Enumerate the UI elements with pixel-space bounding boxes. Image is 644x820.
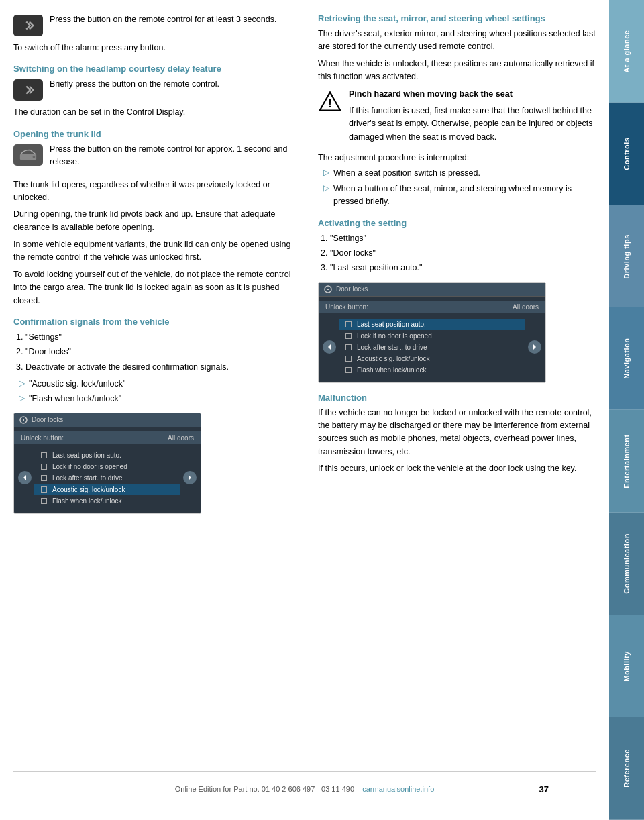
screen2-row-1: Lock if no door is opened: [339, 330, 525, 342]
svg-point-1: [33, 156, 36, 158]
retrieve-heading: Retrieving the seat, mirror, and steerin…: [318, 13, 596, 23]
screen2-checkbox-1: [345, 333, 352, 339]
activate-step-2: "Door locks": [330, 247, 596, 260]
screen1-icon: [19, 416, 28, 424]
screen2-row-0: Last seat position auto.: [339, 319, 525, 330]
sidebar-tab-at-a-glance[interactable]: At a glance: [609, 0, 644, 103]
svg-text:!: !: [328, 97, 331, 109]
trunk-p2: During opening, the trunk lid pivots bac…: [13, 208, 291, 234]
screen1: Door locks Unlock button: All doors: [13, 413, 201, 514]
malfunction-p2: If this occurs, unlock or lock the vehic…: [318, 462, 596, 475]
sidebar-tab-reference[interactable]: Reference: [609, 717, 644, 820]
headlamp-press-text: Briefly press the button on the remote c…: [50, 78, 219, 91]
screen1-nav-left[interactable]: [18, 471, 32, 484]
screen1-body: Unlock button: All doors: [14, 427, 201, 513]
svg-marker-4: [189, 475, 191, 480]
screen2-title: Door locks: [336, 285, 368, 293]
screen2-container: Door locks Unlock button: All doors: [318, 282, 596, 383]
nav-left-icon-2: [326, 344, 333, 350]
arrow-icon-1: ▷: [19, 378, 25, 388]
sidebar-tab-controls[interactable]: Controls: [609, 103, 644, 205]
warning-section: ! Pinch hazard when moving back the seat…: [318, 88, 596, 148]
interrupt-heading: The adjustment procedure is interrupted:: [318, 152, 596, 164]
interrupt-bullet-2: ▷ When a button of the seat, mirror, and…: [323, 183, 596, 209]
trunk-press-text: Press the button on the remote control f…: [50, 143, 291, 169]
screen1-row-2: Lock after start. to drive: [34, 472, 180, 484]
screen1-checkbox-1: [41, 464, 47, 470]
screen2: Door locks Unlock button: All doors: [318, 282, 546, 383]
screen2-checkbox-3: [345, 356, 352, 362]
confirm-bullet-2: ▷ "Flash when lock/unlock": [19, 393, 291, 405]
trunk-icon: [13, 144, 43, 166]
trunk-p1: The trunk lid opens, regardless of wheth…: [13, 178, 291, 205]
screen2-titlebar: Door locks: [319, 283, 545, 297]
remote-button-icon: [13, 15, 43, 36]
screen1-checkbox-4: [41, 498, 47, 504]
confirm-bullet-1: ▷ "Acoustic sig. lock/unlock": [19, 378, 291, 391]
malfunction-p1: If the vehicle can no longer be locked o…: [318, 407, 596, 459]
sidebar-tab-entertainment[interactable]: Entertainment: [609, 410, 644, 513]
screen1-row-0: Last seat position auto.: [34, 450, 180, 461]
screen2-unlock-row: Unlock button: All doors: [319, 301, 545, 313]
screen2-nav-right[interactable]: [528, 340, 541, 354]
arrow-icon-3: ▷: [323, 168, 329, 177]
activate-step-1: "Settings": [330, 232, 596, 245]
screen1-checkbox-2: [41, 475, 47, 481]
warning-p: If this function is used, first make sur…: [349, 105, 596, 144]
interrupt-bullet-1: ▷ When a seat position switch is pressed…: [323, 167, 596, 180]
svg-marker-3: [23, 475, 26, 480]
svg-marker-9: [533, 344, 536, 350]
screen2-checkbox-4: [345, 367, 352, 373]
sidebar-tab-navigation[interactable]: Navigation: [609, 307, 644, 410]
screen1-rows-area: Last seat position auto. Lock if no door…: [34, 450, 180, 507]
trunk-heading: Opening the trunk lid: [13, 129, 291, 139]
arrow-icon-2: ▷: [19, 393, 25, 403]
nav-right-icon-2: [531, 344, 538, 350]
screen1-checkbox-3: [41, 486, 47, 493]
malfunction-heading: Malfunction: [318, 393, 596, 403]
screen2-row-3: Acoustic sig. lock/unlock: [339, 353, 525, 364]
screen2-row-4: Flash when lock/unlock: [339, 364, 525, 376]
car-trunk-svg: [19, 148, 38, 162]
screen2-body: Unlock button: All doors: [319, 297, 545, 382]
trunk-press-section: Press the button on the remote control f…: [13, 143, 291, 173]
screen1-checkbox-0: [41, 452, 47, 458]
screen1-nav: Last seat position auto. Lock if no door…: [14, 447, 201, 509]
remote-press-section: Press the button on the remote control f…: [13, 13, 291, 36]
screen2-nav: Last seat position auto. Lock if no door…: [319, 316, 545, 378]
trunk-p3: In some vehicle equipment variants, the …: [13, 238, 291, 264]
sidebar-tab-communication[interactable]: Communication: [609, 513, 644, 615]
screen1-row-4: Flash when lock/unlock: [34, 495, 180, 507]
trunk-p4: To avoid locking yourself out of the veh…: [13, 268, 291, 307]
nav-left-icon: [21, 474, 28, 481]
headlamp-heading: Switching on the headlamp courtesy delay…: [13, 64, 291, 74]
page-footer: Online Edition for Part no. 01 40 2 606 …: [13, 771, 596, 793]
confirm-step-1: "Settings": [25, 331, 291, 344]
activate-steps: "Settings" "Door locks" "Last seat posit…: [330, 232, 596, 275]
warning-text: Pinch hazard when moving back the seat: [349, 88, 596, 101]
confirm-step-3: Deactivate or activate the desired confi…: [25, 361, 291, 374]
retrieve-p2: When the vehicle is unlocked, these posi…: [318, 58, 596, 84]
activate-step-3: "Last seat position auto.": [330, 262, 596, 274]
headlamp-remote-icon: [13, 79, 43, 101]
screen1-title: Door locks: [32, 416, 63, 423]
confirm-heading: Confirmation signals from the vehicle: [13, 317, 291, 327]
activate-heading: Activating the setting: [318, 218, 596, 228]
screen1-unlock-value: All doors: [168, 434, 194, 442]
screen2-unlock-value: All doors: [513, 303, 539, 311]
screen2-rows-area: Last seat position auto. Lock if no door…: [339, 319, 525, 376]
nav-right-icon: [186, 474, 193, 481]
screen2-checkbox-2: [345, 344, 352, 350]
footer-edition-text: Online Edition for Part no. 01 40 2 606 …: [175, 785, 435, 793]
sidebar-tab-driving-tips[interactable]: Driving tips: [609, 205, 644, 308]
sidebar-tab-mobility[interactable]: Mobility: [609, 615, 644, 718]
warning-content: Pinch hazard when moving back the seat I…: [349, 88, 596, 148]
confirm-step-2: "Door locks": [25, 346, 291, 358]
screen2-icon: [324, 285, 332, 293]
sidebar: At a glance Controls Driving tips Naviga…: [609, 0, 644, 820]
screen2-nav-left[interactable]: [323, 340, 336, 354]
retrieve-p1: The driver's seat, exterior mirror, and …: [318, 28, 596, 54]
alarm-switch-text: To switch off the alarm: press any butto…: [13, 42, 291, 54]
headlamp-press-section: Briefly press the button on the remote c…: [13, 78, 291, 101]
screen1-nav-right[interactable]: [183, 471, 197, 484]
